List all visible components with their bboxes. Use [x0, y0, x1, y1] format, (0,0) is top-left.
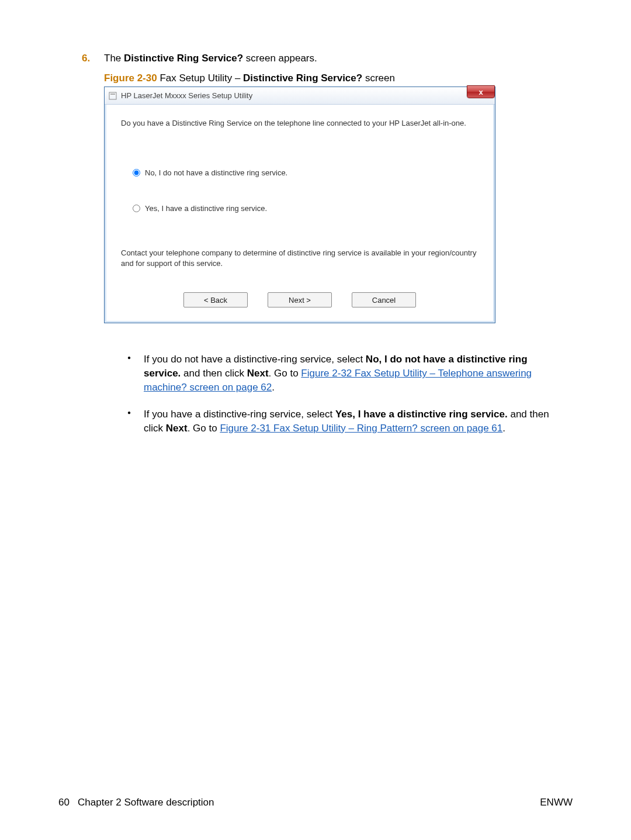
bullet1-e: . Go to: [269, 368, 301, 379]
svg-rect-0: [109, 92, 116, 99]
list-item: If you have a distinctive-ring service, …: [127, 407, 549, 435]
footer-right: ENWW: [540, 797, 573, 808]
radio-yes[interactable]: [133, 205, 140, 212]
radio-no[interactable]: [133, 169, 140, 177]
next-button[interactable]: Next >: [268, 292, 332, 307]
bullet1-f: .: [272, 382, 275, 393]
radio-no-row[interactable]: No, I do not have a distinctive ring ser…: [133, 168, 479, 177]
dialog-body: Do you have a Distinctive Ring Service o…: [105, 105, 495, 323]
dialog-buttons: < Back Next > Cancel: [121, 292, 479, 312]
bullet2-a: If you have a distinctive-ring service, …: [144, 409, 335, 420]
dialog-question: Do you have a Distinctive Ring Service o…: [121, 119, 479, 127]
cancel-button[interactable]: Cancel: [352, 292, 416, 307]
figure-caption-before: Fax Setup Utility –: [157, 72, 243, 84]
titlebar: HP LaserJet Mxxxx Series Setup Utility x: [105, 87, 495, 105]
bullet2-f: .: [502, 423, 505, 434]
radio-yes-label: Yes, I have a distinctive ring service.: [145, 204, 267, 213]
figure-caption: Figure 2-30 Fax Setup Utility – Distinct…: [104, 72, 549, 84]
app-icon: [108, 91, 117, 101]
chapter-label: Chapter 2 Software description: [78, 797, 214, 808]
step-text: The Distinctive Ring Service? screen app…: [104, 53, 317, 64]
close-button[interactable]: x: [467, 85, 495, 98]
dialog-window: HP LaserJet Mxxxx Series Setup Utility x…: [104, 87, 495, 323]
bullet1-a: If you do not have a distinctive-ring se…: [144, 354, 366, 365]
figure-label: Figure 2-30: [104, 72, 157, 84]
bullet2-b: Yes, I have a distinctive ring service.: [335, 409, 508, 420]
radio-no-label: No, I do not have a distinctive ring ser…: [145, 168, 287, 177]
svg-rect-1: [110, 94, 115, 95]
back-button[interactable]: < Back: [183, 292, 248, 307]
figure-caption-bold: Distinctive Ring Service?: [243, 72, 362, 84]
page-number: 60: [58, 797, 70, 808]
step-number: 6.: [82, 53, 104, 64]
list-item: If you do not have a distinctive-ring se…: [127, 352, 549, 394]
step-text-bold: Distinctive Ring Service?: [124, 53, 243, 64]
figure-caption-after: screen: [362, 72, 395, 84]
bullet1-c: and then click: [181, 368, 247, 379]
close-icon: x: [479, 88, 483, 96]
bullet2-e: . Go to: [188, 423, 220, 434]
dialog-note: Contact your telephone company to determ…: [121, 248, 479, 269]
radio-yes-row[interactable]: Yes, I have a distinctive ring service.: [133, 204, 479, 213]
window-title: HP LaserJet Mxxxx Series Setup Utility: [121, 91, 252, 100]
link-figure-2-31[interactable]: Figure 2-31 Fax Setup Utility – Ring Pat…: [220, 423, 502, 434]
bullet2-d: Next: [166, 423, 188, 434]
page-footer: 60 Chapter 2 Software description ENWW: [0, 797, 631, 808]
step-text-after: screen appears.: [243, 53, 317, 64]
step-text-before: The: [104, 53, 124, 64]
bullet1-d: Next: [247, 368, 269, 379]
instruction-list: If you do not have a distinctive-ring se…: [127, 352, 549, 435]
